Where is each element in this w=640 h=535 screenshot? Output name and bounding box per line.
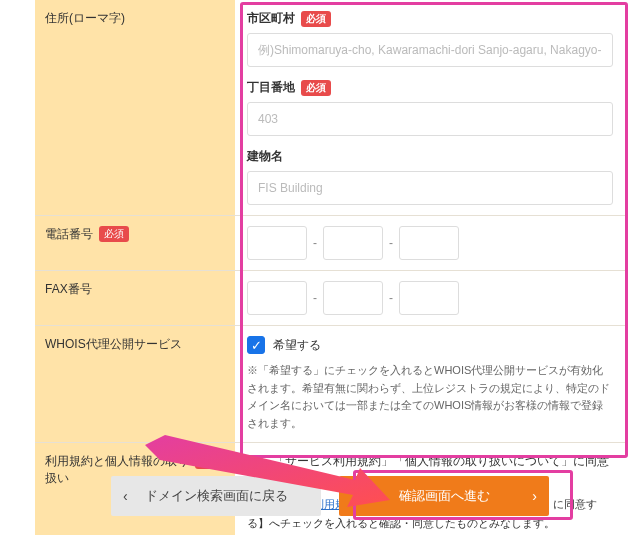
required-badge: 必須 bbox=[195, 453, 225, 469]
sublabel-block: 丁目番地 必須 bbox=[247, 79, 613, 96]
city-input[interactable] bbox=[247, 33, 613, 67]
dash-icon: - bbox=[389, 291, 393, 305]
fax-seg-2[interactable] bbox=[323, 281, 383, 315]
phone-seg-3[interactable] bbox=[399, 226, 459, 260]
form-container: 住所(ローマ字) 市区町村 必須 丁目番地 必須 建物名 bbox=[35, 0, 625, 535]
chevron-left-icon: ‹ bbox=[123, 488, 128, 504]
sublabel-text: 丁目番地 bbox=[247, 79, 295, 96]
dash-icon: - bbox=[389, 236, 393, 250]
label-text: 住所(ローマ字) bbox=[45, 10, 125, 27]
whois-note: ※「希望する」にチェックを入れるとWHOIS代理公開サービスが有効化されます。希… bbox=[247, 362, 613, 432]
fax-seg-1[interactable] bbox=[247, 281, 307, 315]
sublabel-text: 市区町村 bbox=[247, 10, 295, 27]
required-badge: 必須 bbox=[99, 226, 129, 242]
phone-seg-1[interactable] bbox=[247, 226, 307, 260]
row-whois: WHOIS代理公開サービス ✓ 希望する ※「希望する」にチェックを入れるとWH… bbox=[35, 326, 625, 443]
chevron-right-icon: › bbox=[532, 488, 537, 504]
next-button[interactable]: 確認画面へ進む › bbox=[339, 476, 549, 516]
building-input[interactable] bbox=[247, 171, 613, 205]
label-text: 電話番号 bbox=[45, 226, 93, 243]
whois-checkbox-label: 希望する bbox=[273, 337, 321, 354]
required-badge: 必須 bbox=[301, 11, 331, 27]
whois-checkbox-row: ✓ 希望する bbox=[247, 336, 613, 354]
field-address-roma: 市区町村 必須 丁目番地 必須 建物名 bbox=[235, 0, 625, 215]
block-building: 建物名 bbox=[247, 148, 613, 205]
label-address-roma: 住所(ローマ字) bbox=[35, 0, 235, 215]
label-fax: FAX番号 bbox=[35, 271, 235, 325]
label-text: FAX番号 bbox=[45, 281, 92, 298]
next-button-label: 確認画面へ進む bbox=[399, 487, 490, 505]
button-row: ‹ ドメイン検索画面に戻る 確認画面へ進む › bbox=[35, 476, 625, 516]
phone-inputs: - - bbox=[247, 226, 613, 260]
fax-inputs: - - bbox=[247, 281, 613, 315]
fax-seg-3[interactable] bbox=[399, 281, 459, 315]
required-badge: 必須 bbox=[301, 80, 331, 96]
row-phone: 電話番号 必須 - - bbox=[35, 216, 625, 271]
block-input[interactable] bbox=[247, 102, 613, 136]
row-address-roma: 住所(ローマ字) 市区町村 必須 丁目番地 必須 建物名 bbox=[35, 0, 625, 216]
label-whois: WHOIS代理公開サービス bbox=[35, 326, 235, 442]
field-fax: - - bbox=[235, 271, 625, 325]
whois-checkbox[interactable]: ✓ bbox=[247, 336, 265, 354]
sublabel-text: 建物名 bbox=[247, 148, 283, 165]
back-button-label: ドメイン検索画面に戻る bbox=[145, 487, 288, 505]
sublabel-building: 建物名 bbox=[247, 148, 613, 165]
block-city: 市区町村 必須 bbox=[247, 10, 613, 67]
block-block: 丁目番地 必須 bbox=[247, 79, 613, 136]
sublabel-city: 市区町村 必須 bbox=[247, 10, 613, 27]
row-fax: FAX番号 - - bbox=[35, 271, 625, 326]
label-text: WHOIS代理公開サービス bbox=[45, 336, 182, 353]
back-button[interactable]: ‹ ドメイン検索画面に戻る bbox=[111, 476, 321, 516]
phone-seg-2[interactable] bbox=[323, 226, 383, 260]
field-whois: ✓ 希望する ※「希望する」にチェックを入れるとWHOIS代理公開サービスが有効… bbox=[235, 326, 625, 442]
dash-icon: - bbox=[313, 291, 317, 305]
field-phone: - - bbox=[235, 216, 625, 270]
dash-icon: - bbox=[313, 236, 317, 250]
label-phone: 電話番号 必須 bbox=[35, 216, 235, 270]
